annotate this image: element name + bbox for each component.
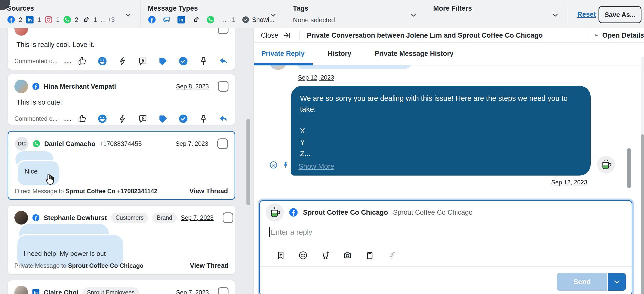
- incoming-message-date[interactable]: Sep 12, 2023: [298, 74, 334, 81]
- message-date[interactable]: Sep 8, 2023: [176, 83, 209, 90]
- footer-context: Direct Message to Sprout Coffee Co +1708…: [15, 188, 157, 195]
- close-button[interactable]: Close: [261, 28, 290, 42]
- whatsapp-count: 2: [75, 16, 78, 23]
- sender-name[interactable]: Hina Merchant Vempati: [44, 83, 116, 90]
- message-date[interactable]: Sep 7, 2023: [176, 289, 209, 294]
- filter-message-types-label: Message Types: [148, 5, 198, 12]
- message-types-summary: in ... +1 Showi...: [148, 16, 274, 24]
- divider: [260, 266, 632, 267]
- message-footer: Private Message to Sprout Coffee Co Chic…: [14, 262, 228, 270]
- spike-icon[interactable]: [118, 114, 127, 124]
- sender-name[interactable]: Stephanie Dewhurst: [44, 214, 107, 222]
- page-scrollbar-thumb[interactable]: [641, 134, 644, 294]
- svg-text:in: in: [179, 17, 183, 22]
- footer-target: Sprout Coffee Co Chicago: [68, 262, 144, 269]
- reply-icon[interactable]: [219, 114, 228, 124]
- avatar: [14, 80, 28, 93]
- tab-private-message-history[interactable]: Private Message History: [375, 50, 453, 58]
- message-checkbox[interactable]: [223, 212, 233, 223]
- message-card-selected[interactable]: DC Daniel Camacho +17088374455 Sep 7, 20…: [8, 131, 235, 200]
- linkedin-count: 1: [37, 16, 41, 23]
- list-scrollbar[interactable]: [246, 119, 250, 205]
- pin-icon[interactable]: [199, 56, 208, 66]
- chevron-down-icon[interactable]: [551, 11, 559, 19]
- chevron-down-icon[interactable]: [410, 11, 417, 19]
- pinned-icon[interactable]: [282, 161, 290, 169]
- negative-sentiment-icon[interactable]: [269, 161, 278, 169]
- show-more-link[interactable]: Show More: [298, 162, 334, 170]
- whatsapp-icon: [63, 16, 71, 24]
- sender-name[interactable]: Daniel Camacho: [44, 140, 95, 148]
- open-details-button[interactable]: Open Details: [588, 28, 644, 42]
- reply-composer[interactable]: Sprout Coffee Co Chicago Sprout Coffee C…: [259, 200, 632, 294]
- tiktok-icon: [82, 16, 90, 24]
- message-date[interactable]: Sep 7, 2023: [176, 140, 208, 147]
- filter-message-types[interactable]: Message Types in ... +1 Showi...: [141, 0, 286, 28]
- sender-name[interactable]: Claire Choi: [44, 289, 78, 294]
- camera-media-icon[interactable]: [343, 251, 352, 260]
- page-scrollbar-track[interactable]: [641, 57, 644, 294]
- sender-handle: +17088374455: [99, 140, 142, 148]
- filter-more-filters[interactable]: More Filters: [426, 0, 568, 28]
- reset-button[interactable]: Reset: [577, 11, 596, 18]
- emoji-icon[interactable]: [298, 251, 308, 260]
- reply-suggestion-icon[interactable]: [138, 114, 148, 124]
- reply-input[interactable]: Enter a reply: [269, 227, 312, 237]
- more-options-icon[interactable]: ...: [64, 57, 73, 65]
- product-cart-icon[interactable]: [321, 251, 330, 260]
- tag-icon[interactable]: [158, 56, 168, 66]
- cursor-hand-icon: [43, 172, 58, 187]
- like-icon[interactable]: [77, 114, 87, 124]
- message-checkbox[interactable]: [218, 81, 228, 92]
- complete-icon[interactable]: [178, 56, 188, 66]
- clipboard-icon[interactable]: [365, 251, 374, 260]
- whatsapp-icon: [206, 16, 215, 24]
- more-options-icon[interactable]: ...: [64, 115, 73, 123]
- send-options-button[interactable]: [608, 273, 626, 291]
- message-action-row: Commented o... ...: [14, 56, 228, 66]
- filter-sources[interactable]: Sources 2 in 1 1 2 1 ... +3: [0, 0, 141, 28]
- message-checkbox[interactable]: [218, 28, 228, 34]
- message-date[interactable]: Sep 7, 2023: [181, 214, 214, 221]
- instagram-count: 1: [56, 16, 60, 23]
- saved-replies-icon[interactable]: [276, 251, 285, 260]
- filter-tags[interactable]: Tags None selected: [286, 0, 426, 28]
- view-thread-link[interactable]: View Thread: [190, 262, 228, 270]
- outgoing-steps: X Y Z...: [300, 125, 582, 159]
- message-checkbox[interactable]: [218, 287, 228, 294]
- tag-icon[interactable]: [158, 114, 168, 124]
- message-card[interactable]: Stephanie Dewhurst Customers Brand Sep 7…: [8, 205, 235, 275]
- send-button[interactable]: Send: [557, 273, 607, 291]
- outgoing-bubble: We are so sorry you are dealing with thi…: [291, 86, 591, 176]
- filter-tags-label: Tags: [293, 5, 308, 12]
- reply-icon[interactable]: [219, 56, 228, 66]
- avatar: [14, 28, 28, 36]
- conversation-scrollbar[interactable]: [627, 148, 631, 188]
- ai-assist-icon[interactable]: [387, 251, 397, 260]
- conversation-header: Close Private Conversation between Jolen…: [254, 28, 644, 43]
- footer-context: Private Message to Sprout Coffee Co Chic…: [14, 262, 144, 269]
- message-checkbox[interactable]: [217, 138, 228, 149]
- tags-value: None selected: [293, 16, 335, 24]
- chat-bubble-text: I need help! My power is out: [24, 250, 106, 258]
- conversation-thread: Sep 12, 2023 We are so sorry you are dea…: [254, 65, 644, 198]
- tiktok-count: 1: [94, 16, 97, 23]
- view-thread-link[interactable]: View Thread: [189, 187, 228, 195]
- sentiment-icon[interactable]: [98, 114, 107, 124]
- inbox-app: Sources 2 in 1 1 2 1 ... +3 Message Type…: [0, 0, 644, 294]
- like-icon[interactable]: [77, 56, 87, 66]
- tab-history[interactable]: History: [328, 50, 351, 58]
- tab-private-reply[interactable]: Private Reply: [261, 50, 305, 58]
- save-as-button[interactable]: Save As...: [599, 6, 641, 23]
- message-card[interactable]: Hina Merchant Vempati Sep 8, 2023 This i…: [8, 74, 235, 125]
- close-label: Close: [261, 32, 278, 39]
- pin-icon[interactable]: [199, 114, 208, 124]
- message-card[interactable]: This is really cool. Love it. Commented …: [8, 28, 235, 70]
- reply-suggestion-icon[interactable]: [138, 56, 148, 66]
- complete-icon[interactable]: [178, 114, 188, 124]
- sentiment-icon[interactable]: [98, 56, 107, 66]
- chevron-down-icon[interactable]: [124, 11, 132, 19]
- message-card[interactable]: in Claire Choi Sprout Employees Sep 7, 2…: [8, 280, 235, 294]
- tiktok-icon: [192, 16, 200, 24]
- spike-icon[interactable]: [118, 56, 127, 66]
